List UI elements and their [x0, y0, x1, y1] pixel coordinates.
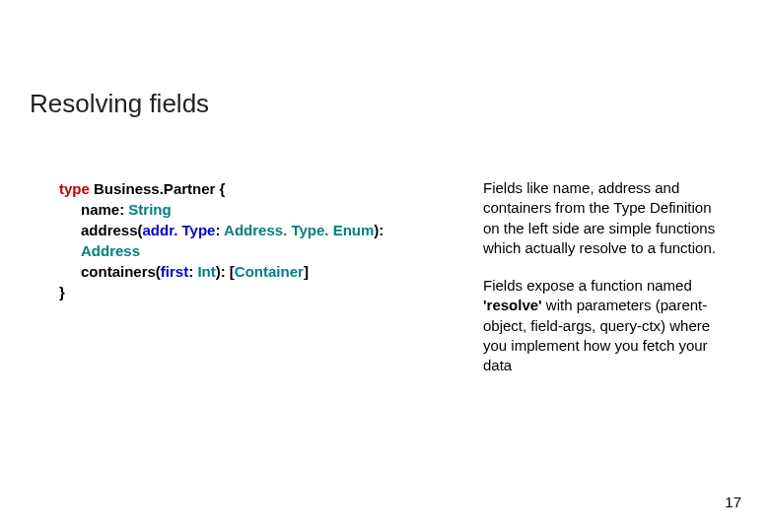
return-type: Address [81, 242, 140, 259]
colon: : [188, 263, 197, 280]
field-name: name: [81, 201, 128, 218]
arg-int: Int [197, 263, 215, 280]
p2-text-a: Fields expose a function named [483, 277, 692, 294]
code-column: type Business.Partner { name: String add… [30, 178, 424, 393]
keyword-type: type [59, 180, 90, 197]
code-line-1: type Business.Partner { [59, 178, 424, 199]
slide-title: Resolving fields [30, 89, 739, 119]
arg-name: addr. Type [143, 222, 216, 238]
slide-content: type Business.Partner { name: String add… [30, 178, 739, 393]
code-line-3: address(addr. Type: Address. Type. Enum)… [59, 220, 424, 240]
field-address: address( [81, 222, 143, 238]
explanation-column: Fields like name, address and containers… [483, 178, 739, 393]
colon: : [215, 222, 224, 238]
close-brace: } [59, 284, 65, 300]
resolve-keyword: 'resolve' [483, 297, 542, 313]
container-type: Container [235, 263, 304, 280]
close-bracket: ] [304, 263, 309, 280]
page-number: 17 [725, 494, 741, 510]
arg-type: Address. Type. Enum [224, 222, 374, 238]
type-name: Business.Partner [90, 180, 220, 197]
type-definition-code: type Business.Partner { name: String add… [59, 178, 424, 302]
code-line-5: containers(first: Int): [Container] [59, 261, 424, 282]
arg-first: first [161, 263, 188, 280]
paragraph-2: Fields expose a function named 'resolve'… [483, 276, 720, 375]
field-containers: containers( [81, 263, 161, 280]
paragraph-1: Fields like name, address and containers… [483, 178, 720, 258]
code-line-4: Address [59, 240, 424, 261]
code-line-2: name: String [59, 199, 424, 220]
field-type: String [128, 201, 171, 218]
close-array: ): [ [216, 263, 235, 280]
code-line-6: } [59, 282, 424, 302]
open-brace: { [220, 180, 226, 197]
close-paren: ): [374, 222, 384, 238]
